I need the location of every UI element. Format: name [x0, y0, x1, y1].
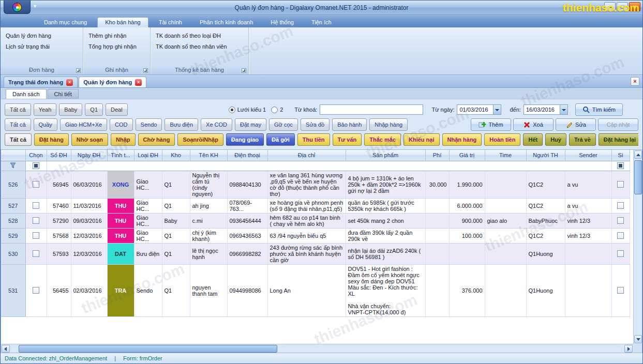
tab-phan-tich-kinh-doanh[interactable]: Phân tích kinh doanh [192, 18, 260, 27]
ribbon-item-tk-theo-nhan-vien[interactable]: TK doanh số theo nhân viên [156, 43, 248, 50]
warehouse-filter-button[interactable]: Deal [106, 103, 128, 116]
tab-close-icon[interactable]: × [66, 79, 73, 86]
order-type-filter-button[interactable]: Bưu điện [165, 118, 198, 131]
column-header[interactable]: Điện thoại [227, 150, 267, 161]
status-filter-button[interactable]: Chờ hàng [138, 133, 175, 146]
order-type-filter-button[interactable]: Xe COD [201, 118, 232, 131]
quick-access-dropdown-icon[interactable]: ▾ [34, 3, 36, 9]
column-header[interactable]: Chọn [25, 150, 47, 161]
column-header[interactable]: Sản phẩm [346, 150, 425, 161]
column-header[interactable]: Giá trị [449, 150, 485, 161]
tab-close-icon[interactable]: × [135, 79, 142, 86]
warehouse-filter-button[interactable]: Q1 [85, 103, 103, 116]
add-button[interactable]: Thêm [471, 118, 511, 131]
status-filter-button[interactable]: Trả về [569, 133, 596, 146]
column-header[interactable]: Time [485, 150, 526, 161]
column-header[interactable]: Kho [162, 150, 190, 161]
dropdown-arrow-icon[interactable] [493, 105, 501, 114]
order-type-filter-button[interactable]: Nhập hàng [369, 118, 408, 131]
column-header[interactable]: Số ĐH [47, 150, 71, 161]
delete-button[interactable]: Xoá [513, 118, 554, 131]
column-header[interactable]: Người TH [526, 150, 565, 161]
select-all-checkbox[interactable] [33, 162, 39, 169]
table-row[interactable]: 527 57460 11/03/2016 THU Giao HC... Q1 a… [1, 198, 630, 213]
tab-chi-tiet[interactable]: Chi tiết [48, 89, 79, 99]
scroll-up-icon[interactable] [634, 150, 642, 159]
column-header[interactable]: Tình t... [107, 150, 134, 161]
ribbon-item-tk-theo-loai-dh[interactable]: TK doanh số theo loại ĐH [156, 33, 248, 39]
column-header[interactable]: Si [611, 150, 630, 161]
scroll-down-icon[interactable] [634, 335, 642, 343]
row-si-checkbox[interactable] [617, 232, 624, 239]
dropdown-arrow-icon[interactable] [560, 105, 567, 114]
from-date-picker[interactable]: 01/03/2016 [457, 104, 501, 115]
status-filter-button[interactable]: Thắc mắc [364, 133, 401, 146]
row-si-checkbox[interactable] [617, 202, 624, 209]
column-header[interactable]: Sender [565, 150, 611, 161]
status-filter-button[interactable]: Đang giao [226, 133, 264, 146]
keyword-input[interactable] [320, 104, 423, 115]
order-type-filter-button[interactable]: Đặt may [235, 118, 266, 131]
status-filter-button[interactable]: Hoàn tiền [484, 133, 520, 146]
status-filter-button[interactable]: Tất cả [5, 133, 32, 146]
ribbon-item-lich-su-trang-thai[interactable]: Lịch sử trạng thái [6, 43, 83, 50]
ribbon-item-quan-ly-don-hang[interactable]: Quản lý đơn hàng [6, 33, 83, 39]
status-filter-button[interactable]: Đặt hàng lại [599, 133, 638, 146]
column-header[interactable]: Ngày ĐH [71, 150, 107, 161]
status-filter-button[interactable]: Nhận hàng [442, 133, 482, 146]
vertical-scrollbar[interactable] [633, 150, 642, 344]
tab-danh-muc-chung[interactable]: Danh mục chung [37, 18, 94, 27]
order-type-filter-button[interactable]: Giao HCM+Xe [60, 118, 107, 131]
table-row[interactable]: 528 57290 09/03/2016 THU Giao HC... Baby… [1, 213, 630, 228]
minimize-button[interactable]: – [604, 2, 616, 11]
row-select-checkbox[interactable] [33, 250, 39, 257]
order-type-filter-button[interactable]: COD [110, 118, 132, 131]
status-filter-button[interactable]: Khiếu nại [403, 133, 440, 146]
doc-tab-trang-thai-don-hang[interactable]: Trạng thái đơn hàng × [4, 77, 78, 87]
row-select-checkbox[interactable] [33, 217, 39, 224]
scroll-right-icon[interactable] [624, 345, 633, 353]
table-row[interactable]: 526 56945 06/03/2016 XONG Giao HC... Q1 … [1, 171, 630, 198]
ribbon-item-them-ghi-nhan[interactable]: Thêm ghi nhận [88, 33, 150, 39]
filter-empty-cells[interactable] [47, 161, 611, 171]
order-type-filter-button[interactable]: Quầy [34, 118, 57, 131]
tab-tien-ich[interactable]: Tiện ích [304, 18, 339, 27]
order-type-filter-button[interactable]: Sửa đồ [301, 118, 330, 131]
grid-filter-row[interactable] [1, 161, 630, 171]
order-type-filter-button[interactable]: Tất cả [5, 118, 31, 131]
status-filter-button[interactable]: Nhập [111, 133, 136, 146]
grid-style-2-radio[interactable] [271, 107, 278, 113]
warehouse-filter-button[interactable]: Baby [59, 103, 82, 116]
column-header[interactable]: Loại ĐH [134, 150, 162, 161]
status-filter-button[interactable]: Huỷ [545, 133, 566, 146]
dialog-launcher-icon[interactable] [143, 68, 148, 73]
order-type-filter-button[interactable]: Gữ cọc [269, 118, 298, 131]
close-document-button[interactable]: × [631, 77, 639, 86]
status-filter-button[interactable]: SoạnrồiNhập [177, 133, 223, 146]
maximize-button[interactable]: □ [617, 2, 628, 11]
close-button[interactable]: × [629, 2, 640, 11]
order-type-filter-button[interactable]: Bảo hành [332, 118, 367, 131]
scroll-left-icon[interactable] [2, 345, 10, 353]
status-filter-button[interactable]: Tư vấn [333, 133, 362, 146]
horizontal-scrollbar[interactable] [1, 344, 633, 353]
column-header[interactable]: Tên KH [190, 150, 227, 161]
dialog-launcher-icon[interactable] [76, 68, 81, 73]
row-select-checkbox[interactable] [33, 181, 39, 188]
status-filter-button[interactable]: Nhờ soạn [71, 133, 108, 146]
doc-tab-quan-ly-don-hang[interactable]: Quản lý đơn hàng × [79, 77, 146, 87]
status-filter-button[interactable]: Thu tiền [297, 133, 330, 146]
row-si-checkbox[interactable] [617, 250, 624, 257]
row-si-checkbox[interactable] [617, 217, 624, 224]
horizontal-scroll-thumb[interactable] [19, 345, 277, 353]
grid-style-1-radio[interactable] [229, 107, 235, 113]
column-header[interactable]: Địa chỉ [267, 150, 346, 161]
ribbon-item-tong-hop-ghi-nhan[interactable]: Tổng hợp ghi nhận [88, 43, 150, 50]
warehouse-filter-button[interactable]: Tất cả [5, 103, 31, 116]
order-type-filter-button[interactable]: Sendo [136, 118, 162, 131]
update-button[interactable]: Cập nhật [598, 118, 638, 131]
vertical-scroll-thumb[interactable] [634, 160, 642, 194]
row-si-checkbox[interactable] [617, 181, 624, 188]
table-row[interactable]: 530 57593 12/03/2016 DAT Bưu điện Q1 lê … [1, 243, 630, 264]
edit-button[interactable]: Sửa [556, 118, 596, 131]
